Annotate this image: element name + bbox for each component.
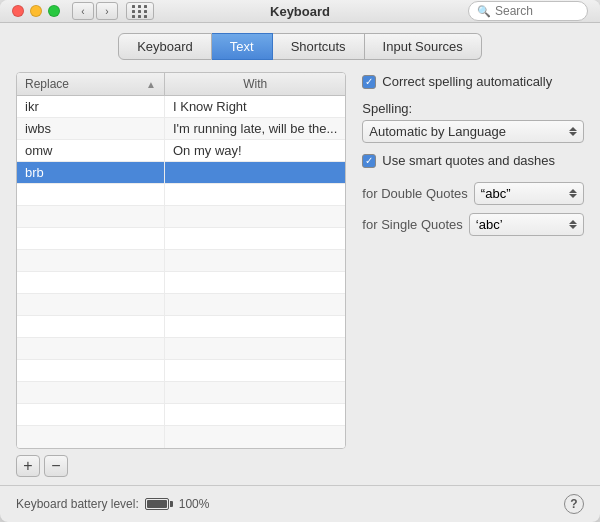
single-quotes-value: ‘abc’ <box>476 217 503 232</box>
table-area: Replace ▲ With ikr I Know Right <box>16 72 346 477</box>
battery-icon <box>145 498 173 510</box>
main-body: Replace ▲ With ikr I Know Right <box>16 72 584 477</box>
tab-bar: Keyboard Text Shortcuts Input Sources <box>16 33 584 60</box>
double-quotes-row: for Double Quotes “abc” <box>362 182 584 205</box>
search-icon: 🔍 <box>477 5 491 18</box>
back-button[interactable]: ‹ <box>72 2 94 20</box>
table-row[interactable] <box>17 360 345 382</box>
single-quotes-label: for Single Quotes <box>362 217 462 232</box>
correct-spelling-checkbox[interactable]: ✓ <box>362 75 376 89</box>
window-title: Keyboard <box>270 4 330 19</box>
table-row[interactable] <box>17 316 345 338</box>
cell-with: I'm running late, will be the... <box>165 118 345 139</box>
spelling-dropdown-label: Automatic by Language <box>369 124 506 139</box>
dropdown-arrow-icon <box>569 220 577 229</box>
table-row[interactable]: ikr I Know Right <box>17 96 345 118</box>
table-header: Replace ▲ With <box>17 73 345 96</box>
single-quotes-dropdown[interactable]: ‘abc’ <box>469 213 584 236</box>
battery-tip-icon <box>170 501 173 507</box>
cell-replace: brb <box>17 162 165 183</box>
single-quotes-row: for Single Quotes ‘abc’ <box>362 213 584 236</box>
titlebar: ‹ › Keyboard 🔍 <box>0 0 600 23</box>
cell-replace: omw <box>17 140 165 161</box>
arrow-down-icon <box>569 194 577 198</box>
add-row-button[interactable]: + <box>16 455 40 477</box>
tab-text[interactable]: Text <box>212 33 273 60</box>
remove-row-button[interactable]: − <box>44 455 68 477</box>
cell-replace: iwbs <box>17 118 165 139</box>
table-row[interactable] <box>17 272 345 294</box>
double-quotes-label: for Double Quotes <box>362 186 468 201</box>
tab-keyboard[interactable]: Keyboard <box>118 33 212 60</box>
dropdown-arrow-icon <box>569 189 577 198</box>
keyboard-window: ‹ › Keyboard 🔍 Keyboard Text Shortcuts I… <box>0 0 600 522</box>
table-row[interactable] <box>17 206 345 228</box>
battery-percent: 100% <box>179 497 210 511</box>
spelling-section: Spelling: Automatic by Language <box>362 101 584 143</box>
arrow-down-icon <box>569 132 577 136</box>
table-row[interactable]: omw On my way! <box>17 140 345 162</box>
double-quotes-dropdown[interactable]: “abc” <box>474 182 584 205</box>
search-box[interactable]: 🔍 <box>468 1 588 21</box>
bottom-bar: Keyboard battery level: 100% ? <box>0 485 600 522</box>
battery-body <box>145 498 169 510</box>
maximize-button[interactable] <box>48 5 60 17</box>
table-row[interactable] <box>17 184 345 206</box>
table-footer: + − <box>16 449 346 477</box>
close-button[interactable] <box>12 5 24 17</box>
smart-quotes-label: Use smart quotes and dashes <box>382 153 555 168</box>
checkmark-icon: ✓ <box>365 77 373 87</box>
spelling-dropdown[interactable]: Automatic by Language <box>362 120 584 143</box>
tab-input-sources[interactable]: Input Sources <box>365 33 482 60</box>
checkmark-icon: ✓ <box>365 156 373 166</box>
arrow-up-icon <box>569 127 577 131</box>
table-row[interactable] <box>17 228 345 250</box>
smart-quotes-checkbox[interactable]: ✓ <box>362 154 376 168</box>
apps-button[interactable] <box>126 2 154 20</box>
correct-spelling-row: ✓ Correct spelling automatically <box>362 74 584 89</box>
battery-area: Keyboard battery level: 100% <box>16 497 209 511</box>
smart-quotes-row: ✓ Use smart quotes and dashes <box>362 153 584 168</box>
cell-with: I Know Right <box>165 96 345 117</box>
battery-label: Keyboard battery level: <box>16 497 139 511</box>
table-row[interactable]: brb <box>17 162 345 184</box>
table-row[interactable] <box>17 404 345 426</box>
battery-fill <box>147 500 167 508</box>
double-quotes-value: “abc” <box>481 186 511 201</box>
forward-button[interactable]: › <box>96 2 118 20</box>
col-with-header: With <box>165 73 345 95</box>
arrow-up-icon <box>569 189 577 193</box>
spelling-label: Spelling: <box>362 101 584 116</box>
cell-with: On my way! <box>165 140 345 161</box>
nav-buttons: ‹ › <box>72 2 118 20</box>
table-row[interactable] <box>17 250 345 272</box>
col-replace-header: Replace ▲ <box>17 73 165 95</box>
arrow-up-icon <box>569 220 577 224</box>
correct-spelling-label: Correct spelling automatically <box>382 74 552 89</box>
traffic-lights <box>12 5 60 17</box>
content-area: Keyboard Text Shortcuts Input Sources Re… <box>0 23 600 477</box>
sort-arrow: ▲ <box>146 79 156 90</box>
cell-replace: ikr <box>17 96 165 117</box>
table-row[interactable] <box>17 426 345 448</box>
cell-with <box>165 162 345 183</box>
right-panel: ✓ Correct spelling automatically Spellin… <box>362 72 584 477</box>
table-row[interactable] <box>17 338 345 360</box>
dropdown-arrow-icon <box>569 127 577 136</box>
quotes-section: for Double Quotes “abc” for Single Quote… <box>362 182 584 236</box>
arrow-down-icon <box>569 225 577 229</box>
help-button[interactable]: ? <box>564 494 584 514</box>
table-row[interactable] <box>17 294 345 316</box>
text-table: Replace ▲ With ikr I Know Right <box>16 72 346 449</box>
table-row[interactable]: iwbs I'm running late, will be the... <box>17 118 345 140</box>
minimize-button[interactable] <box>30 5 42 17</box>
tab-shortcuts[interactable]: Shortcuts <box>273 33 365 60</box>
table-body: ikr I Know Right iwbs I'm running late, … <box>17 96 345 448</box>
search-input[interactable] <box>495 4 579 18</box>
table-row[interactable] <box>17 382 345 404</box>
